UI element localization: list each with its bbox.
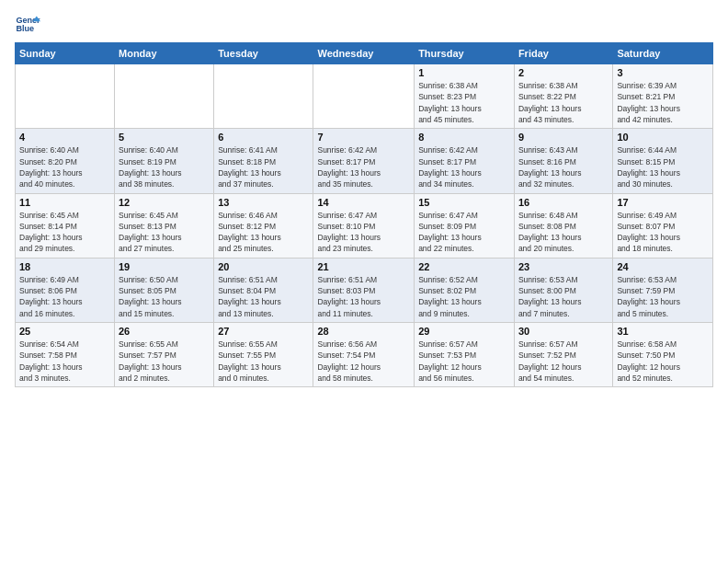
day-info: Sunrise: 6:53 AM Sunset: 7:59 PM Dayligh…: [617, 274, 709, 319]
day-info: Sunrise: 6:42 AM Sunset: 8:17 PM Dayligh…: [418, 144, 510, 190]
day-number: 27: [218, 326, 309, 337]
day-number: 2: [518, 67, 609, 78]
calendar-cell: 20Sunrise: 6:51 AM Sunset: 8:04 PM Dayli…: [214, 258, 313, 322]
day-number: 24: [617, 261, 709, 272]
weekday-thursday: Thursday: [415, 43, 515, 64]
calendar-cell: [16, 64, 115, 129]
calendar-cell: 14Sunrise: 6:47 AM Sunset: 8:10 PM Dayli…: [313, 193, 415, 258]
day-info: Sunrise: 6:47 AM Sunset: 8:10 PM Dayligh…: [317, 210, 410, 255]
day-number: 15: [418, 197, 510, 208]
calendar-cell: [214, 64, 313, 129]
calendar-week-2: 4Sunrise: 6:40 AM Sunset: 8:20 PM Daylig…: [16, 129, 713, 193]
calendar-cell: 22Sunrise: 6:52 AM Sunset: 8:02 PM Dayli…: [415, 258, 515, 322]
day-number: 8: [418, 132, 510, 143]
calendar-cell: 6Sunrise: 6:41 AM Sunset: 8:18 PM Daylig…: [214, 129, 313, 193]
day-number: 10: [617, 132, 709, 143]
weekday-monday: Monday: [115, 43, 214, 64]
calendar-cell: 16Sunrise: 6:48 AM Sunset: 8:08 PM Dayli…: [514, 193, 612, 258]
day-info: Sunrise: 6:41 AM Sunset: 8:18 PM Dayligh…: [218, 144, 309, 190]
day-number: 3: [617, 67, 709, 78]
calendar-cell: 5Sunrise: 6:40 AM Sunset: 8:19 PM Daylig…: [115, 129, 214, 193]
day-number: 21: [317, 261, 410, 272]
day-number: 22: [418, 261, 510, 272]
day-number: 28: [317, 326, 410, 337]
calendar-cell: 13Sunrise: 6:46 AM Sunset: 8:12 PM Dayli…: [214, 193, 313, 258]
day-number: 9: [518, 132, 609, 143]
day-info: Sunrise: 6:38 AM Sunset: 8:22 PM Dayligh…: [518, 80, 609, 125]
day-number: 18: [19, 261, 110, 272]
calendar-cell: 11Sunrise: 6:45 AM Sunset: 8:14 PM Dayli…: [16, 193, 115, 258]
day-number: 5: [119, 132, 210, 143]
day-info: Sunrise: 6:53 AM Sunset: 8:00 PM Dayligh…: [518, 274, 609, 319]
weekday-tuesday: Tuesday: [214, 43, 313, 64]
day-info: Sunrise: 6:50 AM Sunset: 8:05 PM Dayligh…: [119, 274, 210, 319]
calendar-cell: 17Sunrise: 6:49 AM Sunset: 8:07 PM Dayli…: [613, 193, 713, 258]
calendar-header: SundayMondayTuesdayWednesdayThursdayFrid…: [16, 43, 713, 64]
day-info: Sunrise: 6:55 AM Sunset: 7:57 PM Dayligh…: [119, 339, 210, 384]
calendar-cell: 7Sunrise: 6:42 AM Sunset: 8:17 PM Daylig…: [313, 129, 415, 193]
day-info: Sunrise: 6:49 AM Sunset: 8:06 PM Dayligh…: [19, 274, 110, 319]
day-number: 6: [218, 132, 309, 143]
calendar-cell: 19Sunrise: 6:50 AM Sunset: 8:05 PM Dayli…: [115, 258, 214, 322]
calendar-cell: 28Sunrise: 6:56 AM Sunset: 7:54 PM Dayli…: [313, 323, 415, 387]
day-info: Sunrise: 6:38 AM Sunset: 8:23 PM Dayligh…: [418, 80, 510, 125]
logo: General Blue: [15, 11, 40, 37]
calendar-cell: 12Sunrise: 6:45 AM Sunset: 8:13 PM Dayli…: [115, 193, 214, 258]
day-info: Sunrise: 6:42 AM Sunset: 8:17 PM Dayligh…: [317, 144, 410, 190]
day-number: 11: [19, 197, 110, 208]
calendar-cell: 9Sunrise: 6:43 AM Sunset: 8:16 PM Daylig…: [514, 129, 612, 193]
day-number: 17: [617, 197, 709, 208]
day-info: Sunrise: 6:43 AM Sunset: 8:16 PM Dayligh…: [518, 144, 609, 190]
day-number: 31: [617, 326, 709, 337]
logo-icon: General Blue: [15, 11, 40, 37]
calendar-cell: 3Sunrise: 6:39 AM Sunset: 8:21 PM Daylig…: [613, 64, 713, 129]
day-number: 1: [418, 67, 510, 78]
day-info: Sunrise: 6:52 AM Sunset: 8:02 PM Dayligh…: [418, 274, 510, 319]
day-info: Sunrise: 6:56 AM Sunset: 7:54 PM Dayligh…: [317, 339, 410, 384]
calendar-cell: 2Sunrise: 6:38 AM Sunset: 8:22 PM Daylig…: [514, 64, 612, 129]
calendar-cell: 15Sunrise: 6:47 AM Sunset: 8:09 PM Dayli…: [415, 193, 515, 258]
calendar-week-5: 25Sunrise: 6:54 AM Sunset: 7:58 PM Dayli…: [16, 323, 713, 387]
header: General Blue: [15, 11, 713, 37]
calendar-cell: 21Sunrise: 6:51 AM Sunset: 8:03 PM Dayli…: [313, 258, 415, 322]
day-info: Sunrise: 6:40 AM Sunset: 8:19 PM Dayligh…: [119, 144, 210, 190]
calendar-week-4: 18Sunrise: 6:49 AM Sunset: 8:06 PM Dayli…: [16, 258, 713, 322]
day-info: Sunrise: 6:45 AM Sunset: 8:14 PM Dayligh…: [19, 210, 110, 255]
day-number: 19: [119, 261, 210, 272]
day-info: Sunrise: 6:57 AM Sunset: 7:53 PM Dayligh…: [418, 339, 510, 384]
day-number: 12: [119, 197, 210, 208]
day-number: 20: [218, 261, 309, 272]
day-number: 4: [19, 132, 110, 143]
day-info: Sunrise: 6:48 AM Sunset: 8:08 PM Dayligh…: [518, 210, 609, 255]
day-info: Sunrise: 6:45 AM Sunset: 8:13 PM Dayligh…: [119, 210, 210, 255]
calendar-week-1: 1Sunrise: 6:38 AM Sunset: 8:23 PM Daylig…: [16, 64, 713, 129]
calendar-cell: 24Sunrise: 6:53 AM Sunset: 7:59 PM Dayli…: [613, 258, 713, 322]
calendar-cell: 10Sunrise: 6:44 AM Sunset: 8:15 PM Dayli…: [613, 129, 713, 193]
day-info: Sunrise: 6:47 AM Sunset: 8:09 PM Dayligh…: [418, 210, 510, 255]
day-number: 16: [518, 197, 609, 208]
calendar-body: 1Sunrise: 6:38 AM Sunset: 8:23 PM Daylig…: [16, 64, 713, 387]
day-number: 13: [218, 197, 309, 208]
day-number: 14: [317, 197, 410, 208]
weekday-header-row: SundayMondayTuesdayWednesdayThursdayFrid…: [16, 43, 713, 64]
day-number: 26: [119, 326, 210, 337]
day-info: Sunrise: 6:51 AM Sunset: 8:03 PM Dayligh…: [317, 274, 410, 319]
day-info: Sunrise: 6:44 AM Sunset: 8:15 PM Dayligh…: [617, 144, 709, 190]
weekday-wednesday: Wednesday: [313, 43, 415, 64]
calendar-cell: 18Sunrise: 6:49 AM Sunset: 8:06 PM Dayli…: [16, 258, 115, 322]
day-info: Sunrise: 6:39 AM Sunset: 8:21 PM Dayligh…: [617, 80, 709, 125]
day-number: 23: [518, 261, 609, 272]
day-info: Sunrise: 6:58 AM Sunset: 7:50 PM Dayligh…: [617, 339, 709, 384]
page-container: General Blue SundayMondayTuesdayWednesda…: [0, 0, 728, 395]
day-info: Sunrise: 6:51 AM Sunset: 8:04 PM Dayligh…: [218, 274, 309, 319]
day-info: Sunrise: 6:49 AM Sunset: 8:07 PM Dayligh…: [617, 210, 709, 255]
calendar-cell: 30Sunrise: 6:57 AM Sunset: 7:52 PM Dayli…: [514, 323, 612, 387]
day-info: Sunrise: 6:46 AM Sunset: 8:12 PM Dayligh…: [218, 210, 309, 255]
day-info: Sunrise: 6:54 AM Sunset: 7:58 PM Dayligh…: [19, 339, 110, 384]
calendar-cell: 4Sunrise: 6:40 AM Sunset: 8:20 PM Daylig…: [16, 129, 115, 193]
day-info: Sunrise: 6:40 AM Sunset: 8:20 PM Dayligh…: [19, 144, 110, 190]
weekday-friday: Friday: [514, 43, 612, 64]
calendar-week-3: 11Sunrise: 6:45 AM Sunset: 8:14 PM Dayli…: [16, 193, 713, 258]
day-number: 29: [418, 326, 510, 337]
day-number: 7: [317, 132, 410, 143]
